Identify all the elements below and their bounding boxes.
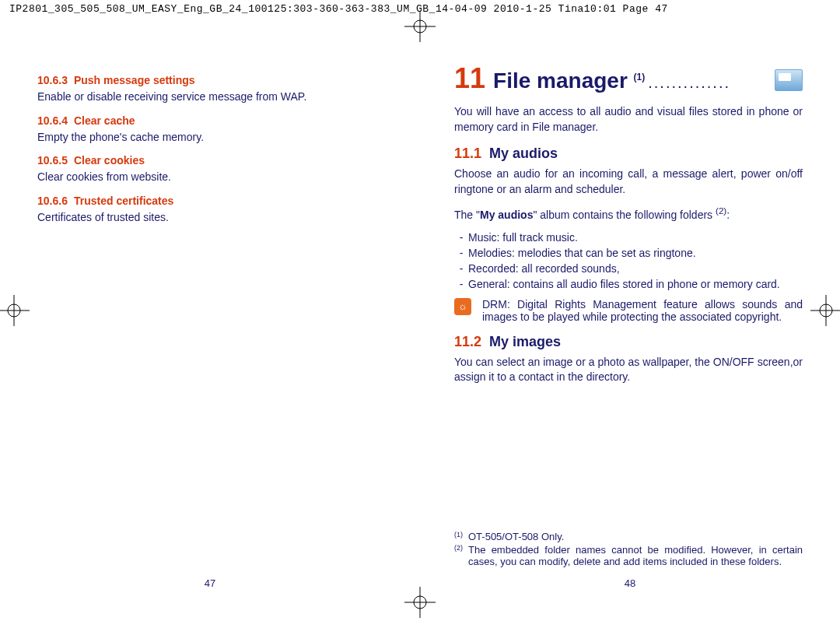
- section-10-6-3: 10.6.3Push message settings Enable or di…: [37, 74, 386, 105]
- list-item: -General: contains all audio files store…: [454, 278, 803, 290]
- chapter-number: 11: [454, 65, 485, 93]
- section-11-2-p1: You can select an image or a photo as wa…: [454, 355, 803, 385]
- page-left: 10.6.3Push message settings Enable or di…: [0, 18, 420, 609]
- section-number: 10.6.5: [37, 154, 68, 167]
- section-body: Empty the phone's cache memory.: [37, 130, 386, 146]
- chapter-title: File manager (1): [493, 68, 645, 93]
- section-number: 10.6.4: [37, 114, 68, 127]
- page-spread: 10.6.3Push message settings Enable or di…: [0, 18, 840, 609]
- list-item: -Recorded: all recorded sounds,: [454, 262, 803, 275]
- section-10-6-6: 10.6.6Trusted certificates Certificates …: [37, 195, 386, 226]
- tip-text: DRM: Digital Rights Management feature a…: [482, 298, 803, 323]
- section-11-2-heading: 11.2My images: [454, 334, 803, 350]
- section-10-6-5: 10.6.5Clear cookies Clear cookies from w…: [37, 154, 386, 185]
- section-number: 10.6.6: [37, 195, 68, 207]
- footnotes: (1)OT-505/OT-508 Only. (2)The embedded f…: [454, 529, 803, 569]
- section-10-6-4: 10.6.4Clear cache Empty the phone's cach…: [37, 114, 386, 146]
- section-11-1-p2: The "My audios" album contains the follo…: [454, 205, 803, 223]
- section-title: My images: [489, 334, 561, 349]
- section-number: 11.2: [454, 334, 481, 349]
- section-title: Clear cache: [74, 114, 135, 127]
- drm-tip: ☼ DRM: Digital Rights Management feature…: [454, 298, 803, 323]
- tip-icon: ☼: [454, 298, 471, 315]
- section-11-1-heading: 11.1My audios: [454, 146, 803, 162]
- section-body: Clear cookies from website.: [37, 170, 386, 185]
- dot-leader: ..............: [645, 74, 770, 92]
- chapter-heading: 11 File manager (1) ..............: [454, 65, 803, 93]
- page-right: 11 File manager (1) .............. You w…: [420, 18, 840, 609]
- footnote-1: (1)OT-505/OT-508 Only.: [454, 531, 803, 542]
- chapter-intro: You will have an access to all audio and…: [454, 104, 803, 135]
- list-item: -Melodies: melodies that can be set as r…: [454, 247, 803, 259]
- section-11-1-p1: Choose an audio for an incoming call, a …: [454, 167, 803, 197]
- list-item: -Music: full track music.: [454, 231, 803, 244]
- footnote-2: (2)The embedded folder names cannot be m…: [454, 544, 803, 567]
- section-title: Clear cookies: [74, 154, 145, 167]
- page-number-right: 48: [420, 577, 840, 589]
- file-manager-icon: [775, 69, 803, 91]
- section-title: Trusted certificates: [74, 195, 173, 207]
- section-number: 10.6.3: [37, 74, 68, 86]
- section-number: 11.1: [454, 146, 481, 161]
- page-number-left: 47: [0, 577, 420, 589]
- section-body: Certificates of trusted sites.: [37, 210, 386, 226]
- section-body: Enable or disable receiving service mess…: [37, 89, 386, 105]
- section-title: Push message settings: [74, 74, 195, 86]
- section-title: My audios: [489, 146, 558, 161]
